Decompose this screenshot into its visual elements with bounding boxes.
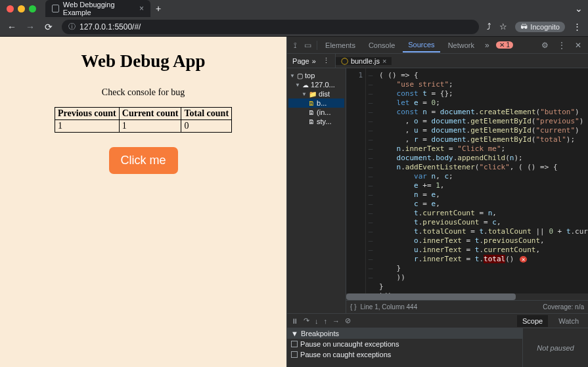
pause-button[interactable]: ⏸ <box>291 317 298 325</box>
td-total: 0 <box>181 120 232 133</box>
favicon-icon <box>52 5 59 12</box>
tab-close-icon[interactable]: × <box>139 4 144 13</box>
pretty-print-icon[interactable]: { } <box>350 303 356 311</box>
watch-tab[interactable]: Watch <box>553 315 584 327</box>
forward-button[interactable]: → <box>25 22 35 32</box>
step-button[interactable]: → <box>332 317 340 325</box>
horizontal-scrollbar[interactable] <box>346 293 588 300</box>
tab-sources[interactable]: Sources <box>403 38 440 53</box>
minimize-window-icon[interactable] <box>18 5 25 12</box>
open-file-name: bundle.js <box>351 57 380 65</box>
device-toolbar-icon[interactable]: ▭ <box>302 41 314 50</box>
counts-table: Previous count Current count Total count… <box>55 107 232 133</box>
page-subtext: Check console for bug <box>0 87 286 98</box>
js-file-icon: ◯ <box>341 57 348 64</box>
address-bar[interactable]: ⓘ 127.0.0.1:5500/#/ <box>62 20 479 34</box>
diff-gutter: – – – – – – – – – – – – – – – – – – – – … <box>366 68 375 293</box>
incognito-icon: 🕶 <box>520 23 528 31</box>
file-close-icon[interactable]: × <box>382 57 386 65</box>
step-out-button[interactable]: ↑ <box>324 317 328 325</box>
step-into-button[interactable]: ↓ <box>315 317 319 325</box>
incognito-label: Incognito <box>530 23 560 31</box>
th-total: Total count <box>181 108 232 120</box>
cursor-position: Line 1, Column 444 <box>361 303 418 311</box>
table-row: 1 1 0 <box>55 120 231 133</box>
devtools-menu-icon[interactable]: ⋮ <box>555 41 568 50</box>
step-over-button[interactable]: ↷ <box>304 316 309 325</box>
tree-file-index[interactable]: 🗎(in... <box>288 108 344 117</box>
traffic-lights <box>0 5 43 12</box>
close-window-icon[interactable] <box>7 5 14 12</box>
tab-dropdown-icon[interactable]: ⌄ <box>570 3 588 14</box>
back-button[interactable]: ← <box>7 22 17 32</box>
tab-network[interactable]: Network <box>443 39 480 52</box>
page-pane-tab[interactable]: Page» ⋮ <box>287 54 336 68</box>
maximize-window-icon[interactable] <box>29 5 36 12</box>
url-text: 127.0.0.1:5500/#/ <box>79 22 141 32</box>
tree-file-bundle[interactable]: 🗎b... <box>288 98 344 108</box>
tab-title: Web Debugging Example <box>63 1 135 16</box>
open-file-tab[interactable]: ◯ bundle.js × <box>336 57 392 65</box>
th-previous: Previous count <box>55 108 119 120</box>
inspect-icon[interactable]: ⟟ <box>291 41 299 50</box>
pause-uncaught-checkbox[interactable]: Pause on uncaught exceptions <box>287 339 522 349</box>
settings-icon[interactable]: ⚙ <box>539 41 551 50</box>
site-info-icon[interactable]: ⓘ <box>68 22 76 32</box>
td-previous: 1 <box>55 120 119 133</box>
scope-tab[interactable]: Scope <box>517 315 548 327</box>
editor-statusbar: { } Line 1, Column 444 Coverage: n/a <box>346 300 588 313</box>
breakpoints-panel: ▼Breakpoints Pause on uncaught exception… <box>287 328 522 367</box>
pause-caught-checkbox[interactable]: Pause on caught exceptions <box>287 349 522 360</box>
window-titlebar: Web Debugging Example × + ⌄ <box>0 0 588 17</box>
reload-button[interactable]: ⟳ <box>43 22 54 32</box>
devtools-panel: ⟟ ▭ Elements Console Sources Network » ✕… <box>286 37 588 367</box>
code-editor[interactable]: 1 2 – – – – – – – – – – – – – – – – – – … <box>346 68 588 313</box>
devtools-close-icon[interactable]: ✕ <box>572 41 584 50</box>
page-viewport: Web Debug App Check console for bug Prev… <box>0 37 286 367</box>
page-title: Web Debug App <box>0 51 286 72</box>
not-paused-label: Not paused <box>537 344 574 352</box>
deactivate-breakpoints-button[interactable]: ⊘ <box>345 316 351 325</box>
debugger-bottom: ▼Breakpoints Pause on uncaught exception… <box>287 328 588 367</box>
browser-tab[interactable]: Web Debugging Example × <box>45 0 150 17</box>
tree-file-style[interactable]: 🗎sty... <box>288 117 344 126</box>
source-code[interactable]: ( () => { "use strict"; const t = {}; le… <box>375 68 588 293</box>
tab-console[interactable]: Console <box>363 39 400 52</box>
file-tree[interactable]: ▼▢top ▼☁127.0... ▼📁dist 🗎b... 🗎(in... 🗎s… <box>287 68 346 313</box>
th-current: Current count <box>119 108 181 120</box>
new-tab-button[interactable]: + <box>150 3 166 14</box>
breakpoints-header[interactable]: ▼Breakpoints <box>287 328 522 339</box>
tab-elements[interactable]: Elements <box>320 39 361 52</box>
tree-node-folder[interactable]: ▼📁dist <box>288 89 344 98</box>
click-me-button[interactable]: Click me <box>109 147 178 174</box>
incognito-badge[interactable]: 🕶 Incognito <box>515 22 565 32</box>
table-header-row: Previous count Current count Total count <box>55 108 231 120</box>
tree-node-top[interactable]: ▼▢top <box>288 71 344 80</box>
debugger-toolbar: ⏸ ↷ ↓ ↑ → ⊘ Scope Watch <box>287 313 588 328</box>
devtools-tabbar: ⟟ ▭ Elements Console Sources Network » ✕… <box>287 37 588 54</box>
more-tabs-icon[interactable]: » <box>482 41 492 50</box>
line-gutter: 1 2 <box>346 68 366 293</box>
scope-content: Not paused <box>522 328 588 367</box>
error-badge[interactable]: ✕ 1 <box>496 41 513 49</box>
browser-menu-icon[interactable]: ⋮ <box>573 22 581 32</box>
td-current: 1 <box>119 120 181 133</box>
sources-subbar: Page» ⋮ ◯ bundle.js × <box>287 54 588 68</box>
share-icon[interactable]: ⤴ <box>487 22 491 32</box>
bookmark-icon[interactable]: ☆ <box>499 22 507 32</box>
tree-node-host[interactable]: ▼☁127.0... <box>288 80 344 89</box>
coverage-status[interactable]: Coverage: n/a <box>543 303 584 311</box>
browser-toolbar: ← → ⟳ ⓘ 127.0.0.1:5500/#/ ⤴ ☆ 🕶 Incognit… <box>0 17 588 37</box>
